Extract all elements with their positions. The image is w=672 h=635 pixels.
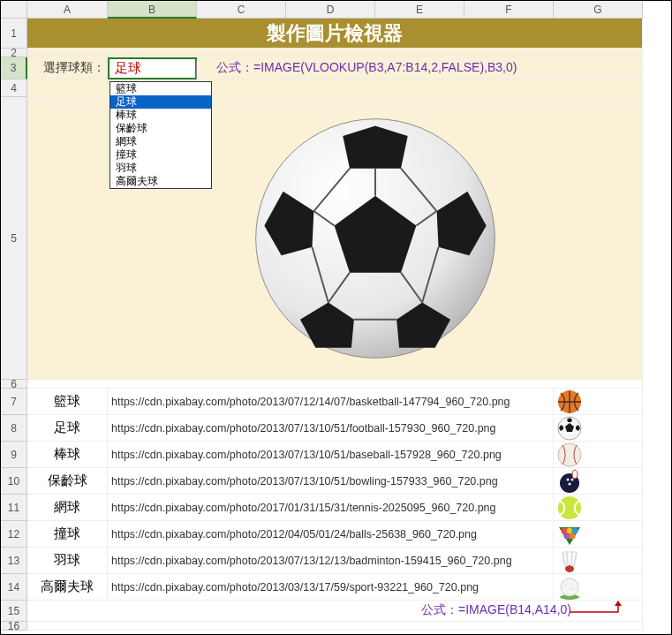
row-header-5[interactable]: 5 <box>1 97 27 380</box>
table-row: 足球https://cdn.pixabay.com/photo/2013/07/… <box>27 415 671 442</box>
dropdown-list[interactable]: 籃球足球棒球保齡球網球撞球羽球高爾夫球 <box>109 81 212 189</box>
svg-point-36 <box>565 565 574 572</box>
ball-icon-cell[interactable] <box>554 389 643 415</box>
ball-icon-cell[interactable] <box>554 495 643 521</box>
col-header-F[interactable]: F <box>464 1 554 19</box>
row-header-4[interactable]: 4 <box>1 79 27 97</box>
row-headers: 12345678910111213141516 <box>1 19 27 631</box>
svg-point-34 <box>564 533 570 539</box>
ball-name-cell[interactable]: 撞球 <box>27 521 108 548</box>
dropdown-option[interactable]: 保齡球 <box>110 122 211 135</box>
row-header-10[interactable]: 10 <box>1 468 27 495</box>
url-cell[interactable]: https://cdn.pixabay.com/photo/2012/04/05… <box>108 521 554 548</box>
dropdown-option[interactable]: 籃球 <box>110 82 211 95</box>
row-header-2[interactable]: 2 <box>1 49 27 57</box>
dropdown-option[interactable]: 足球 <box>110 95 211 109</box>
dropdown-option[interactable]: 棒球 <box>110 109 211 122</box>
dropdown-option[interactable]: 網球 <box>110 135 211 148</box>
row-header-8[interactable]: 8 <box>1 415 27 442</box>
dropdown-option[interactable]: 撞球 <box>110 148 211 162</box>
svg-point-42 <box>572 587 574 589</box>
basketball-icon <box>557 389 582 414</box>
table-row: 羽球https://cdn.pixabay.com/photo/2013/07/… <box>27 548 671 574</box>
row-header-7[interactable]: 7 <box>1 389 27 415</box>
ball-name-cell[interactable]: 足球 <box>27 415 108 442</box>
ball-name-cell[interactable]: 保齡球 <box>27 468 108 495</box>
baseball-icon <box>557 442 582 467</box>
spacer-row-6 <box>27 380 643 389</box>
ball-type-dropdown-cell[interactable]: 足球 籃球足球棒球保齡球網球撞球羽球高爾夫球 <box>108 57 197 79</box>
billiards-icon <box>557 522 582 547</box>
svg-point-38 <box>561 578 578 596</box>
svg-point-29 <box>558 496 581 519</box>
svg-point-31 <box>562 527 568 533</box>
ball-icon-cell[interactable] <box>554 548 643 574</box>
col-header-C[interactable]: C <box>197 1 286 19</box>
dropdown-option[interactable]: 高爾夫球 <box>110 175 211 188</box>
row-header-13[interactable]: 13 <box>1 548 27 574</box>
ball-icon-cell[interactable] <box>554 415 643 442</box>
badminton-icon <box>557 548 582 573</box>
ball-icon-cell[interactable] <box>554 442 643 468</box>
url-cell[interactable]: https://cdn.pixabay.com/photo/2013/07/13… <box>108 548 554 574</box>
ball-name-cell[interactable]: 籃球 <box>27 389 108 415</box>
svg-point-27 <box>569 482 571 485</box>
row-header-15[interactable]: 15 <box>1 601 27 622</box>
ball-name-cell[interactable]: 棒球 <box>27 442 108 468</box>
svg-point-39 <box>565 585 567 586</box>
formula-text-row15: 公式：=IMAGE(B14,A14,0) <box>421 602 571 618</box>
ball-name-cell[interactable]: 網球 <box>27 495 108 521</box>
row-15[interactable]: 公式：=IMAGE(B14,A14,0) <box>27 601 643 622</box>
table-row: 棒球https://cdn.pixabay.com/photo/2013/07/… <box>27 442 671 468</box>
selector-label: 選擇球類： <box>27 57 108 79</box>
col-header-G[interactable]: G <box>554 1 643 19</box>
table-row: 撞球https://cdn.pixabay.com/photo/2012/04/… <box>27 521 671 548</box>
ball-name-cell[interactable]: 高爾夫球 <box>27 574 108 601</box>
col-header-A[interactable]: A <box>27 1 108 19</box>
selected-value: 足球 <box>115 60 141 77</box>
row-16[interactable] <box>27 622 643 631</box>
url-cell[interactable]: https://cdn.pixabay.com/photo/2013/07/13… <box>108 468 554 495</box>
arrow-icon <box>570 601 631 620</box>
formula-text-row3: 公式：=IMAGE(VLOOKUP(B3,A7:B14,2,FALSE),B3,… <box>197 57 643 79</box>
col-header-D[interactable]: D <box>286 1 375 19</box>
ball-icon-cell[interactable] <box>554 521 643 548</box>
row-header-1[interactable]: 1 <box>1 19 27 49</box>
svg-point-41 <box>569 588 570 590</box>
svg-marker-45 <box>615 601 622 606</box>
select-all-corner[interactable] <box>1 1 27 19</box>
row-header-16[interactable]: 16 <box>1 622 27 631</box>
url-cell[interactable]: https://cdn.pixabay.com/photo/2013/07/13… <box>108 442 554 468</box>
soccer-ball-image <box>247 110 503 367</box>
table-row: 高爾夫球https://cdn.pixabay.com/photo/2013/0… <box>27 574 671 601</box>
col-header-B[interactable]: B <box>108 1 197 19</box>
tennis-icon <box>557 495 582 520</box>
dropdown-option[interactable]: 羽球 <box>110 162 211 175</box>
row-header-6[interactable]: 6 <box>1 380 27 389</box>
row-header-12[interactable]: 12 <box>1 521 27 548</box>
table-row: 籃球https://cdn.pixabay.com/photo/2013/07/… <box>27 389 671 415</box>
url-cell[interactable]: https://cdn.pixabay.com/photo/2017/01/31… <box>108 495 554 521</box>
cell-A5[interactable] <box>27 97 108 380</box>
row-header-3[interactable]: 3 <box>1 57 27 79</box>
title-cell[interactable]: 製作圖片檢視器 <box>27 19 643 49</box>
svg-point-35 <box>570 533 576 539</box>
grid-body: 製作圖片檢視器 選擇球類： 足球 籃球足球棒球保齡球網球撞球羽球高爾夫球 公式：… <box>27 19 671 631</box>
row-header-14[interactable]: 14 <box>1 574 27 601</box>
ball-name-cell[interactable]: 羽球 <box>27 548 108 574</box>
col-header-E[interactable]: E <box>375 1 464 19</box>
spacer-row-2 <box>27 49 643 57</box>
spreadsheet: A B C D E F G 12345678910111213141516 製作… <box>0 0 672 635</box>
ball-icon-cell[interactable] <box>554 468 643 495</box>
ball-icon-cell[interactable] <box>554 574 643 601</box>
row-header-11[interactable]: 11 <box>1 495 27 521</box>
cell-A4[interactable] <box>27 79 108 97</box>
svg-point-33 <box>572 527 578 533</box>
url-cell[interactable]: https://cdn.pixabay.com/photo/2013/03/13… <box>108 574 554 601</box>
svg-point-32 <box>567 527 573 533</box>
row-header-9[interactable]: 9 <box>1 442 27 468</box>
url-cell[interactable]: https://cdn.pixabay.com/photo/2013/07/13… <box>108 415 554 442</box>
svg-point-23 <box>558 443 581 466</box>
url-cell[interactable]: https://cdn.pixabay.com/photo/2013/07/12… <box>108 389 554 415</box>
column-headers: A B C D E F G <box>1 1 643 19</box>
